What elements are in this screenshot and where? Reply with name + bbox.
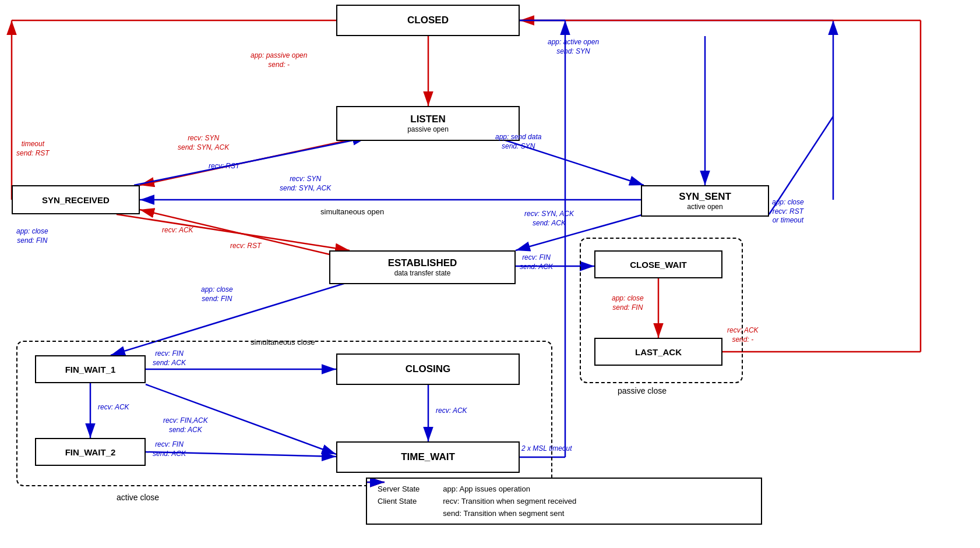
label-app-passive-open: app: passive opensend: - — [251, 51, 307, 69]
label-app-close-last-ack: app: closesend: FIN — [612, 294, 644, 312]
closed-state: CLOSED — [336, 5, 520, 36]
label-app-send-data: app: send datasend: SYN — [495, 133, 541, 151]
label-active-close: active close — [117, 492, 159, 503]
label-recv-ack-closing: recv: ACK — [436, 406, 467, 416]
syn-received-state: SYN_RECEIVED — [12, 185, 140, 214]
label-2-msl-timeout: 2 x MSL timeout — [521, 444, 572, 454]
label-recv-ack-last-ack: recv: ACKsend: - — [727, 326, 759, 344]
label-simultaneous-close: simultaneous close — [251, 338, 315, 348]
listen-label: LISTEN — [410, 114, 445, 125]
label-recv-fin-fin-wait-2: recv: FINsend: ACK — [153, 440, 186, 458]
closed-label: CLOSED — [407, 15, 449, 26]
label-recv-syn-ack-from-sent: recv: SYN, ACKsend: ACK — [524, 210, 574, 228]
syn-sent-sublabel: active open — [687, 203, 722, 211]
label-simultaneous-open: simultaneous open — [320, 207, 384, 217]
label-recv-rst-established: recv: RST — [230, 242, 261, 251]
syn-sent-state: SYN_SENT active open — [641, 185, 769, 217]
passive-close-box — [580, 238, 743, 383]
label-recv-fin-ack-time-wait: recv: FIN,ACKsend: ACK — [163, 416, 208, 434]
syn-received-label: SYN_RECEIVED — [42, 195, 110, 205]
blue-arrow-legend — [367, 479, 980, 548]
label-recv-ack-fin-wait-1: recv: ACK — [98, 403, 129, 412]
established-label: ESTABLISHED — [388, 257, 457, 269]
legend-box: Server State Client State app: App issue… — [366, 478, 762, 525]
active-close-box — [16, 341, 552, 486]
listen-state: LISTEN passive open — [336, 106, 520, 141]
label-recv-syn-send-syn-ack-left: recv: SYNsend: SYN, ACK — [178, 134, 229, 152]
label-app-active-open: app: active opensend: SYN — [548, 38, 599, 56]
label-recv-ack-to-established: recv: ACK — [162, 226, 193, 235]
label-recv-fin-close-wait: recv: FINsend: ACK — [520, 253, 553, 271]
label-passive-close: passive close — [618, 386, 667, 396]
established-state: ESTABLISHED data transfer state — [329, 250, 516, 284]
listen-sublabel: passive open — [407, 125, 449, 133]
label-recv-rst-to-listen: recv: RST — [209, 162, 239, 171]
label-app-close-syn-sent: app: closerecv: RSTor timeout — [772, 198, 804, 225]
label-app-close-established: app: closesend: FIN — [201, 285, 233, 303]
label-simultaneous-open-top: recv: SYNsend: SYN, ACK — [280, 175, 331, 193]
svg-line-7 — [134, 137, 367, 185]
label-timeout-send-rst: timeoutsend: RST — [16, 140, 50, 158]
syn-sent-label: SYN_SENT — [679, 191, 731, 203]
label-app-close-syn-received: app: closesend: FIN — [16, 227, 48, 245]
established-sublabel: data transfer state — [394, 269, 451, 277]
label-recv-fin-closing: recv: FINsend: ACK — [153, 349, 186, 367]
